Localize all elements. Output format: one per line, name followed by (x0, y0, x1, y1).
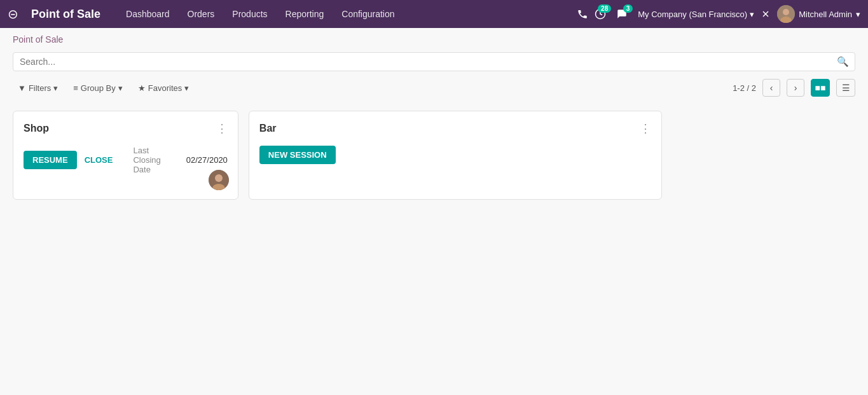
user-chevron-icon: ▾ (856, 10, 860, 19)
menu-products[interactable]: Products (224, 5, 275, 23)
card-footer-shop (209, 170, 229, 190)
kanban-icon: ■■ (815, 83, 826, 93)
shop-user-avatar (209, 170, 229, 190)
card-actions-bar: NEW SESSION (259, 146, 651, 164)
groupby-chevron-icon: ▾ (118, 83, 123, 93)
card-title-shop: Shop (24, 123, 49, 134)
menu-orders[interactable]: Orders (180, 5, 223, 23)
filters-label: Filters (29, 83, 51, 93)
favorites-button[interactable]: ★ Favorites ▾ (133, 81, 194, 95)
breadcrumb: Point of Sale (0, 28, 868, 48)
top-navigation: ⊝ Point of Sale Dashboard Orders Product… (0, 0, 868, 28)
favorites-chevron-icon: ▾ (184, 83, 189, 93)
toolbar-view-controls: 1-2 / 2 ‹ › ■■ ☰ (733, 79, 855, 97)
search-input[interactable] (13, 52, 855, 71)
topnav-right-actions: 28 3 My Company (San Francisco) ▾ Mitche… (577, 5, 860, 23)
card-menu-shop[interactable]: ⋮ (216, 121, 228, 135)
pagination-next-button[interactable]: › (787, 79, 804, 97)
groupby-button[interactable]: ≡ Group By ▾ (68, 81, 128, 95)
toolbar-filters: ▼ Filters ▾ ≡ Group By ▾ ★ Favorites ▾ (13, 81, 194, 95)
main-menu: Dashboard Orders Products Reporting Conf… (118, 5, 403, 23)
close-button[interactable]: CLOSE (85, 155, 113, 165)
breadcrumb-label: Point of Sale (13, 34, 63, 45)
company-chevron-icon: ▾ (750, 10, 754, 19)
groupby-label: Group By (81, 83, 116, 93)
menu-dashboard[interactable]: Dashboard (118, 5, 177, 23)
view-toolbar: ▼ Filters ▾ ≡ Group By ▾ ★ Favorites ▾ 1… (0, 75, 868, 100)
message-badge: 3 (623, 4, 633, 13)
list-view-button[interactable]: ☰ (836, 79, 855, 97)
user-avatar (777, 5, 795, 23)
card-header-shop: Shop ⋮ (24, 121, 228, 135)
grid-menu-icon[interactable]: ⊝ (8, 6, 18, 22)
menu-configuration[interactable]: Configuration (334, 5, 402, 23)
menu-reporting[interactable]: Reporting (278, 5, 332, 23)
user-menu[interactable]: Mitchell Admin ▾ (777, 5, 860, 23)
company-name: My Company (San Francisco) (638, 10, 747, 19)
star-icon: ★ (138, 83, 146, 93)
favorites-label: Favorites (148, 83, 182, 93)
activity-badge: 28 (598, 4, 611, 13)
close-icon-btn[interactable] (761, 9, 771, 19)
svg-point-4 (783, 9, 789, 15)
groupby-icon: ≡ (73, 83, 78, 93)
list-icon: ☰ (842, 83, 850, 93)
pagination-prev-button[interactable]: ‹ (762, 79, 780, 97)
filters-button[interactable]: ▼ Filters ▾ (13, 81, 63, 95)
card-title-bar: Bar (259, 123, 277, 134)
phone-icon-btn[interactable] (577, 8, 588, 20)
activity-icon-btn[interactable]: 28 (595, 8, 606, 20)
card-menu-bar[interactable]: ⋮ (640, 121, 651, 135)
kanban-card-bar: Bar ⋮ NEW SESSION (249, 111, 662, 200)
search-wrapper: 🔍 (13, 52, 855, 71)
user-name: Mitchell Admin (799, 10, 852, 19)
kanban-card-shop: Shop ⋮ RESUME CLOSE Last Closing Date 02… (13, 111, 238, 200)
message-icon-btn[interactable]: 3 (616, 8, 628, 20)
search-icon: 🔍 (837, 56, 849, 67)
resume-button[interactable]: RESUME (24, 151, 77, 169)
app-title: Point of Sale (31, 8, 100, 21)
kanban-view-button[interactable]: ■■ (811, 79, 830, 97)
card-header-bar: Bar ⋮ (259, 121, 651, 135)
last-closing-date: 02/27/2020 (186, 155, 228, 165)
company-selector[interactable]: My Company (San Francisco) ▾ (638, 10, 754, 19)
card-actions-shop: RESUME CLOSE Last Closing Date 02/27/202… (24, 146, 228, 174)
filter-icon: ▼ (18, 83, 26, 93)
last-closing-label: Last Closing Date (133, 146, 160, 174)
search-bar-area: 🔍 (0, 48, 868, 75)
filters-chevron-icon: ▾ (53, 83, 58, 93)
kanban-area: Shop ⋮ RESUME CLOSE Last Closing Date 02… (0, 100, 868, 210)
pagination-info: 1-2 / 2 (733, 83, 756, 93)
new-session-button[interactable]: NEW SESSION (259, 146, 336, 164)
svg-point-7 (215, 174, 223, 182)
